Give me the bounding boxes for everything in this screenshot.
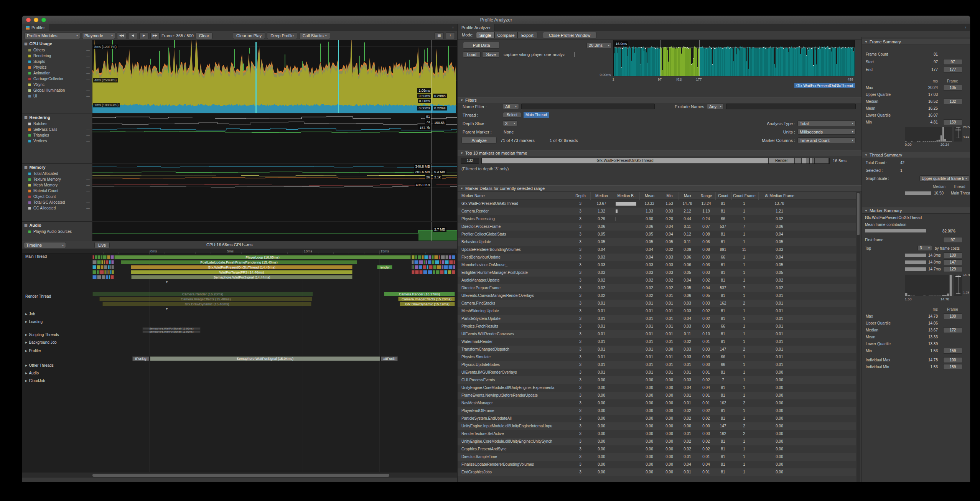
goto-frame-button[interactable]: 132 [943, 99, 962, 104]
legend-drag-handle[interactable]: — [86, 172, 90, 176]
frame-forward-button[interactable]: ▶ [139, 32, 148, 39]
thread-select-button[interactable]: Select [503, 112, 521, 118]
timeline-bar[interactable] [415, 270, 419, 274]
timeline-bar[interactable] [97, 255, 100, 259]
timeline-bar[interactable] [418, 265, 422, 269]
timeline-bar[interactable] [99, 270, 104, 274]
timeline-bar[interactable] [424, 255, 428, 259]
timeline-bar[interactable] [112, 270, 114, 274]
timeline-bar[interactable] [112, 265, 114, 269]
timeline-bar[interactable] [423, 270, 427, 274]
top-n-dropdown[interactable]: 3▾ [917, 245, 932, 251]
load-button[interactable]: Load [463, 51, 481, 58]
legend-item[interactable]: UI— [22, 93, 92, 99]
first-frame-button[interactable]: 97 [943, 237, 962, 243]
timeline-bar[interactable] [106, 270, 108, 274]
timeline-bar[interactable] [110, 275, 114, 279]
timeline-bar[interactable] [418, 255, 422, 259]
timeline-bar[interactable] [101, 255, 102, 259]
tab-profile-analyzer[interactable]: Profile Analyzer [458, 24, 495, 31]
timeline-bar[interactable]: Camera.ImageEffects (15.48ms) [99, 297, 312, 301]
module-header[interactable]: ▤Memory [22, 164, 92, 171]
table-row[interactable]: NavMeshManager30.000.000.000.010.0116220… [458, 399, 856, 407]
name-filter-input[interactable] [521, 104, 655, 109]
close-profiler-window-button[interactable]: Close Profiler Window [543, 32, 596, 38]
toolbar-more-icon[interactable]: ⋮ [446, 32, 455, 39]
foldout-closed-icon[interactable]: ▶ [25, 379, 27, 382]
timeline-bar[interactable] [104, 265, 107, 269]
timeline-bar[interactable] [412, 270, 415, 274]
chart-scale-dropdown[interactable]: 20.3ms▾ [586, 42, 612, 48]
clear-on-play-toggle[interactable]: Clear on Play [233, 32, 265, 39]
table-row[interactable]: UIEvents.IMGUIRenderOverlays30.010.010.0… [458, 369, 856, 376]
table-row[interactable]: FixedBehaviourUpdate30.030.040.030.060.0… [458, 254, 856, 261]
timeline-bar[interactable] [436, 265, 441, 269]
frame-back-button[interactable]: ◀ [128, 32, 137, 39]
timeline-bar[interactable]: Gfx.WaitForPresentOnGfxThread (14.46ms) [131, 265, 352, 269]
table-row[interactable]: Director.ProcessFrame30.060.060.040.110.… [458, 223, 856, 231]
top10-segment[interactable] [815, 158, 829, 163]
goto-frame-button[interactable]: 129 [943, 266, 962, 272]
legend-drag-handle[interactable]: — [86, 122, 90, 126]
timeline-bar[interactable] [427, 265, 428, 269]
legend-item[interactable]: Global Illumination— [22, 87, 92, 93]
module-header[interactable]: ▤Rendering [22, 114, 92, 121]
frame-time-chart[interactable]: 16.0ms [613, 40, 855, 76]
goto-frame-button[interactable]: 159 [943, 119, 962, 125]
timeline-bar[interactable] [100, 265, 104, 269]
timeline-bar[interactable]: Gfx.DrawDynamic (15.46ms) [102, 302, 311, 306]
timeline-bar[interactable] [439, 255, 440, 259]
goto-frame-button[interactable]: 100 [943, 357, 962, 363]
module-chart[interactable]: 340.8 MB201.6 MB5.3 MB262.1k496.0 KB [92, 164, 458, 221]
legend-drag-handle[interactable]: — [86, 89, 90, 92]
exclude-names-input[interactable] [726, 104, 856, 109]
timeline-bar[interactable] [415, 265, 418, 269]
timeline-bar[interactable] [432, 260, 435, 264]
legend-item[interactable]: Total Allocated— [22, 171, 92, 176]
thread-summary-header[interactable]: ▼Thread Summary [862, 152, 970, 158]
legend-drag-handle[interactable]: — [86, 83, 90, 87]
legend-item[interactable]: Batches— [22, 121, 92, 127]
table-row[interactable]: PlayerEndOfFrame30.000.000.000.020.02811… [458, 407, 856, 415]
thread-label[interactable]: ▶CloudJob [25, 379, 45, 383]
timeline-bar[interactable] [412, 265, 413, 269]
timeline-bar[interactable] [443, 265, 448, 269]
timeline-bar[interactable]: Semaphore.WaitForSignal (16.66ms) [142, 327, 201, 330]
table-row[interactable]: RenderTexture.SetActive30.000.000.000.01… [458, 430, 856, 438]
legend-drag-handle[interactable]: — [86, 201, 90, 204]
timeline-bar[interactable] [412, 260, 414, 264]
legend-drag-handle[interactable]: — [86, 77, 90, 81]
deep-profile-toggle[interactable]: Deep Profile [267, 32, 297, 39]
timeline-bar[interactable]: Semaphore.WaitForSignal (15.04ms) [150, 356, 380, 361]
timeline-bar[interactable] [435, 260, 439, 264]
timeline-bar[interactable]: render [377, 265, 392, 269]
name-filter-mode-dropdown[interactable]: All▾ [503, 104, 519, 109]
clear-button[interactable]: Clear [196, 32, 212, 39]
timeline-view[interactable]: 0ms5ms10ms15ms Main ThreadPlayerLoop (16… [22, 249, 458, 472]
table-row[interactable]: UnityEngine.CoreModule.dll!UnityEngine::… [458, 384, 856, 392]
timeline-bar[interactable] [414, 260, 418, 264]
top10-segment[interactable] [806, 158, 810, 163]
legend-item[interactable]: GarbageCollector— [22, 76, 92, 82]
timeline-bar[interactable] [442, 260, 444, 264]
thread-label[interactable]: ▶Background Job [25, 340, 57, 344]
table-column-header[interactable]: Mean [639, 192, 659, 200]
timeline-bar[interactable]: PlayerLoop (16.65ms) [114, 255, 411, 259]
module-chart[interactable]: 8ms (120FPS)4ms (250FPS)1ms (1000FPS)1.0… [92, 40, 458, 114]
legend-item[interactable]: Playing Audio Sources— [22, 229, 92, 234]
timeline-bar[interactable] [433, 270, 435, 274]
timeline-bar[interactable] [110, 265, 112, 269]
table-column-header[interactable]: Count Frame [731, 192, 757, 200]
legend-item[interactable]: Scripts— [22, 59, 92, 64]
legend-drag-handle[interactable]: — [86, 195, 90, 199]
timeline-bar[interactable]: Semaphore.WaitForSignal (16.66ms) [142, 330, 201, 333]
goto-frame-button[interactable]: 100 [943, 252, 962, 258]
frame-first-button[interactable]: ◀◀ [117, 32, 126, 39]
timeline-bar[interactable] [415, 255, 417, 259]
timeline-bar[interactable] [92, 255, 94, 259]
timeline-bar[interactable] [104, 270, 106, 274]
timeline-bar[interactable] [97, 270, 99, 274]
frame-summary-header[interactable]: ▼Frame Summary [862, 39, 970, 45]
legend-item[interactable]: Texture Memory— [22, 176, 92, 182]
save-button[interactable]: Save [482, 51, 500, 58]
